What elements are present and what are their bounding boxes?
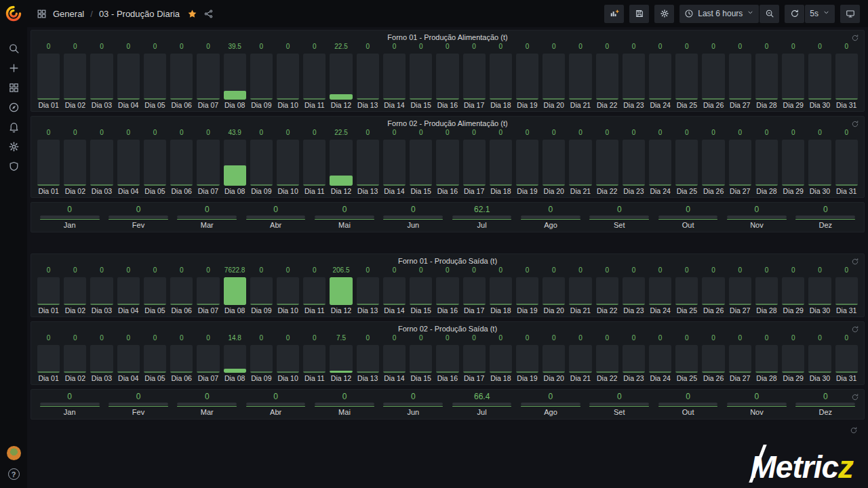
panel-refresh-icon[interactable] [850, 425, 858, 437]
save-dashboard-button[interactable] [629, 5, 649, 23]
bar-fill [197, 304, 219, 305]
bar-label: Dia 09 [250, 186, 273, 195]
bar-label: Dia 28 [755, 100, 778, 108]
bar-track [569, 140, 591, 186]
bar-track [224, 277, 246, 305]
bar-label: Dia 07 [197, 186, 219, 195]
apps-grid-icon[interactable] [37, 9, 47, 19]
bar-value: 0 [596, 266, 618, 274]
bar-value: 0 [623, 129, 645, 137]
top-nav: General / 03 - Produção Diaria [27, 0, 868, 27]
panel-title[interactable]: Forno 02 - Produção Alimentação (t) [36, 119, 859, 129]
refresh-group: 5s [785, 5, 835, 23]
bar-label: Dia 15 [410, 100, 432, 108]
panel-title[interactable]: Forno 02 - Produção Saída (t) [36, 324, 859, 334]
bar-value: 0 [569, 43, 591, 51]
gauge-value: 0 [136, 392, 141, 402]
gauge-label: Mar [201, 408, 214, 416]
panel-title[interactable]: Forno 01 - Produção Saída (t) [36, 256, 859, 266]
create-plus-icon[interactable] [3, 58, 24, 78]
panel-refresh-icon[interactable] [851, 34, 859, 42]
panel-title[interactable]: Forno 01 - Produção Alimentação (t) [36, 33, 859, 43]
day-bar: 22.5Dia 12 [330, 129, 352, 195]
admin-shield-icon[interactable] [3, 157, 24, 176]
bar-fill [623, 98, 645, 100]
day-bar: 0Dia 07 [197, 129, 219, 195]
bar-label: Dia 13 [357, 186, 379, 195]
time-range-picker[interactable]: Last 6 hours [679, 5, 759, 23]
bar-value: 7622.8 [224, 266, 246, 274]
bar-value: 0 [357, 129, 379, 137]
add-panel-button[interactable] [604, 5, 624, 23]
bar-label: Dia 04 [117, 373, 140, 382]
bar-fill [569, 184, 591, 186]
bar-fill [596, 304, 618, 305]
bar-fill [623, 184, 645, 186]
bar-fill [729, 98, 751, 100]
bar-fill [596, 184, 618, 186]
panel-refresh-icon[interactable] [851, 258, 859, 266]
bar-label: Dia 02 [64, 100, 86, 108]
panel-refresh-icon[interactable] [851, 393, 859, 401]
panel-refresh-icon[interactable] [851, 120, 859, 128]
gauge-value: 0 [342, 205, 347, 215]
bar-fill [383, 304, 406, 305]
bar-label: Dia 23 [623, 305, 645, 314]
gauge-label: Set [614, 408, 625, 416]
bar-track [90, 345, 113, 373]
favorite-star-icon[interactable] [187, 9, 197, 19]
bar-value: 22.5 [330, 129, 352, 137]
breadcrumb-dashboard-title[interactable]: 03 - Produção Diaria [99, 9, 180, 19]
bar-fill [490, 98, 512, 100]
bar-label: Dia 31 [835, 186, 858, 195]
refresh-dashboard-button[interactable] [785, 5, 804, 23]
panel-refresh-icon[interactable] [851, 325, 859, 333]
share-icon[interactable] [203, 9, 214, 19]
explore-compass-icon[interactable] [3, 98, 24, 117]
bar-fill [330, 371, 352, 373]
bar-track [649, 54, 671, 100]
gauge-label: Dez [818, 221, 832, 229]
daily-bar-panel: Forno 02 - Produção Saída (t)0Dia 010Dia… [31, 321, 865, 385]
alerting-bell-icon[interactable] [3, 117, 24, 137]
day-bar: 0Dia 27 [729, 43, 751, 108]
day-bar: 0Dia 18 [490, 129, 512, 195]
day-bar: 0Dia 05 [144, 129, 166, 195]
bar-track [649, 345, 671, 373]
bar-track [436, 345, 458, 373]
day-bar: 0Dia 15 [410, 43, 432, 108]
bar-label: Dia 21 [569, 305, 591, 314]
bar-value: 0 [675, 43, 698, 51]
day-bar: 0Dia 15 [410, 266, 432, 314]
help-icon[interactable]: ? [8, 468, 20, 480]
day-bar: 0Dia 13 [357, 129, 379, 195]
dashboard-settings-button[interactable] [654, 5, 674, 23]
bar-track [808, 345, 831, 373]
gauge-value: 0 [67, 392, 72, 402]
bar-fill [755, 98, 778, 100]
bar-label: Dia 16 [436, 100, 458, 108]
bar-value: 0 [516, 129, 538, 137]
day-bar: 0Dia 31 [835, 334, 858, 382]
bar-value: 0 [90, 266, 113, 274]
gauge-bar [727, 216, 787, 218]
bar-value: 0 [463, 129, 486, 137]
cycle-view-mode-button[interactable] [840, 5, 860, 23]
zoom-out-time-button[interactable] [760, 5, 779, 23]
bar-track [729, 54, 751, 100]
user-avatar[interactable] [7, 446, 21, 460]
configuration-gear-icon[interactable] [3, 137, 24, 157]
bar-value: 0 [649, 129, 671, 137]
metricz-logo-main: Metric [751, 449, 838, 485]
bar-value: 0 [90, 334, 113, 342]
refresh-interval-picker[interactable]: 5s [805, 5, 835, 23]
dashboards-grid-icon[interactable] [3, 78, 24, 98]
grafana-logo-icon[interactable] [5, 5, 22, 22]
bar-track [197, 140, 219, 186]
bar-fill [410, 371, 432, 373]
search-icon[interactable] [3, 39, 24, 58]
breadcrumb-section[interactable]: General [53, 9, 84, 19]
bar-track [675, 140, 698, 186]
day-bar: 0Dia 11 [303, 266, 326, 314]
bar-value: 0 [170, 334, 193, 342]
